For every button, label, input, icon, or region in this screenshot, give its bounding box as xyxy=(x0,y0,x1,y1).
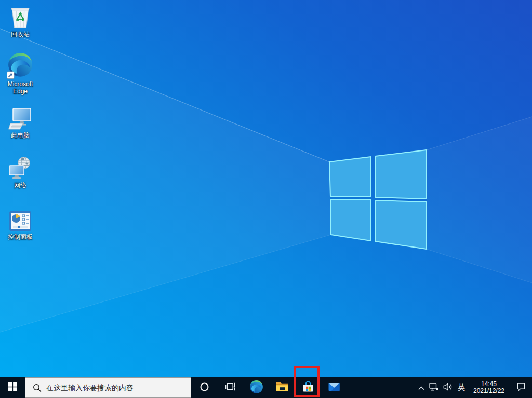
wallpaper-windows-logo xyxy=(0,0,532,398)
taskbar-task-view-button[interactable] xyxy=(217,377,243,398)
taskbar-cortana-button[interactable] xyxy=(191,377,217,398)
desktop-icon-label: 回收站 xyxy=(11,31,30,38)
notification-icon xyxy=(516,382,526,393)
desktop-icon-label: Microsoft Edge xyxy=(1,80,40,95)
tray-show-hidden-icons-button[interactable] xyxy=(416,377,427,398)
search-icon xyxy=(33,383,42,392)
start-button[interactable] xyxy=(0,377,25,398)
chevron-up-icon xyxy=(418,383,424,392)
tray-ime-indicator[interactable]: 英 xyxy=(455,377,468,398)
cortana-icon xyxy=(200,382,209,394)
ime-label: 英 xyxy=(458,383,465,392)
highlight-box xyxy=(294,366,320,397)
desktop-icon-control-panel[interactable]: 控制面板 xyxy=(1,211,40,240)
windows-start-icon xyxy=(8,382,17,393)
file-explorer-icon xyxy=(275,380,289,395)
taskbar-file-explorer-button[interactable] xyxy=(269,377,295,398)
tray-volume-button[interactable] xyxy=(441,377,455,398)
desktop-icon-network[interactable]: 网络 xyxy=(1,156,40,189)
taskbar-mail-button[interactable] xyxy=(321,377,347,398)
recycle-bin-icon xyxy=(9,4,32,29)
clock-date: 2021/12/22 xyxy=(473,388,504,394)
search-input[interactable] xyxy=(46,383,185,392)
taskbar-search-box[interactable] xyxy=(25,377,191,398)
desktop-icon-label: 控制面板 xyxy=(8,233,33,240)
desktop-icon-recycle-bin[interactable]: 回收站 xyxy=(1,4,40,38)
desktop-icon-this-pc[interactable]: 此电脑 xyxy=(1,107,40,139)
tray-action-center-button[interactable] xyxy=(510,377,532,398)
desktop-icon-label: 此电脑 xyxy=(11,132,30,139)
desktop: 回收站 xyxy=(0,0,532,398)
desktop-icon-label: 网络 xyxy=(14,182,26,189)
mail-icon xyxy=(327,380,341,395)
task-view-icon xyxy=(225,382,236,393)
edge-icon xyxy=(7,52,34,79)
taskbar-spacer xyxy=(347,377,416,398)
taskbar: 英 14:45 2021/12/22 xyxy=(0,377,532,398)
tray-network-button[interactable] xyxy=(427,377,441,398)
taskbar-edge-button[interactable] xyxy=(243,377,269,398)
tray-clock[interactable]: 14:45 2021/12/22 xyxy=(468,377,510,398)
volume-icon xyxy=(443,383,453,393)
edge-icon xyxy=(249,380,263,396)
desktop-icon-microsoft-edge[interactable]: Microsoft Edge xyxy=(1,52,40,95)
network-status-icon xyxy=(429,383,439,393)
network-icon xyxy=(8,156,32,180)
this-pc-icon xyxy=(8,107,32,130)
control-panel-icon xyxy=(9,211,32,231)
